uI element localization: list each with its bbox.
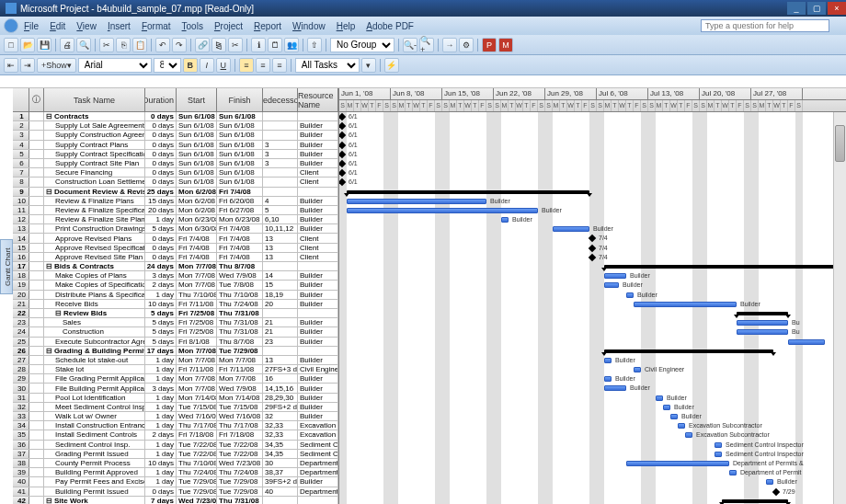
task-id[interactable]: 24: [13, 327, 29, 336]
task-row[interactable]: 16Approve Revised Site Plan0 daysFri 7/4…: [13, 253, 338, 262]
task-duration-cell[interactable]: 5 days: [145, 327, 177, 336]
task-id[interactable]: 12: [13, 215, 29, 223]
col-indicator[interactable]: ⓘ: [29, 88, 44, 111]
task-start-cell[interactable]: Wed 7/16/08: [177, 412, 217, 420]
task-resource-cell[interactable]: [298, 309, 338, 317]
task-bar[interactable]: [626, 292, 634, 298]
gantt-row[interactable]: Civil Engineer: [339, 365, 846, 374]
group-select[interactable]: No Group: [330, 38, 394, 52]
gantt-row[interactable]: 6/1: [339, 121, 846, 131]
gantt-row[interactable]: 6/1: [339, 178, 846, 187]
task-resource-cell[interactable]: Builder: [298, 215, 338, 223]
task-resource-cell[interactable]: Excavation Sub: [298, 430, 338, 439]
task-name-cell[interactable]: Pay Permit Fees and Excise Taxes: [44, 477, 145, 486]
task-resource-cell[interactable]: Builder: [298, 206, 338, 214]
task-id[interactable]: 7: [13, 168, 29, 177]
task-finish-cell[interactable]: Wed 7/9/08: [217, 271, 263, 280]
task-finish-cell[interactable]: Mon 7/7/08: [217, 374, 263, 383]
task-finish-cell[interactable]: Thu 7/17/08: [217, 421, 263, 430]
menu-help[interactable]: Help: [331, 19, 361, 33]
gantt-row[interactable]: 7/4: [339, 244, 846, 253]
task-pred-cell[interactable]: 28,29,30: [263, 394, 298, 402]
paste-icon[interactable]: 📋: [132, 38, 147, 52]
task-pred-cell[interactable]: 32,33: [263, 430, 298, 439]
task-start-cell[interactable]: Thu 7/10/08: [177, 291, 217, 299]
task-name-cell[interactable]: Building Permit Approved: [44, 468, 145, 476]
task-start-cell[interactable]: Fri 7/4/08: [177, 253, 217, 261]
task-row[interactable]: 12Review & Finalize Site Plan1 dayMon 6/…: [13, 215, 338, 224]
task-id[interactable]: 39: [13, 468, 29, 476]
task-row[interactable]: 35Install Sediment Controls2 daysFri 7/1…: [13, 430, 338, 440]
task-resource-cell[interactable]: Department of F: [298, 459, 338, 467]
new-icon[interactable]: □: [4, 38, 18, 52]
task-id[interactable]: 2: [13, 121, 29, 130]
task-resource-cell[interactable]: Client: [298, 178, 338, 186]
task-finish-cell[interactable]: Fri 7/4/08: [217, 244, 263, 252]
task-resource-cell[interactable]: Sediment Contr: [298, 441, 338, 449]
task-start-cell[interactable]: Mon 7/7/08: [177, 374, 217, 383]
pdf-icon[interactable]: P: [482, 38, 497, 52]
task-name-cell[interactable]: File Grading Permit Application: [44, 374, 145, 383]
task-pred-cell[interactable]: 32,33: [263, 421, 298, 430]
task-bar[interactable]: [766, 479, 773, 485]
task-duration-cell[interactable]: 1 day: [145, 394, 177, 402]
task-resource-cell[interactable]: Client: [298, 253, 338, 261]
task-resource-cell[interactable]: Client: [298, 168, 338, 177]
task-name-cell[interactable]: County Permit Process: [44, 459, 145, 467]
task-duration-cell[interactable]: 17 days: [145, 347, 177, 355]
task-name-cell[interactable]: Supply Contract Specifications: [44, 150, 145, 158]
task-finish-cell[interactable]: Fri 7/4/08: [217, 188, 263, 196]
task-finish-cell[interactable]: Thu 7/10/08: [217, 291, 263, 299]
task-name-cell[interactable]: Building Permit Issued: [44, 487, 145, 496]
task-finish-cell[interactable]: Thu 7/31/08: [217, 309, 263, 317]
task-id[interactable]: 4: [13, 141, 29, 149]
task-row[interactable]: 24Construction5 daysFri 7/25/08Thu 7/31/…: [13, 327, 338, 337]
outline-toggle-icon[interactable]: ⊟: [55, 309, 62, 317]
task-duration-cell[interactable]: 25 days: [145, 188, 177, 196]
task-finish-cell[interactable]: Thu 7/31/08: [217, 327, 263, 336]
task-row[interactable]: 31Pool Lot Identification1 dayMon 7/14/0…: [13, 394, 338, 403]
task-duration-cell[interactable]: 5 days: [145, 224, 177, 233]
task-name-cell[interactable]: Receive Bids: [44, 300, 145, 308]
milestone-icon[interactable]: [339, 178, 346, 186]
note-icon[interactable]: 🗒: [268, 38, 282, 52]
gantt-row[interactable]: 6/1: [339, 131, 846, 140]
task-start-cell[interactable]: Mon 6/2/08: [177, 197, 217, 205]
gantt-row[interactable]: 6/1: [339, 141, 846, 150]
col-predecessors[interactable]: Predecessors: [263, 88, 298, 111]
task-pred-cell[interactable]: [263, 347, 298, 355]
split-icon[interactable]: ✂: [228, 38, 243, 52]
task-pred-cell[interactable]: [263, 188, 298, 196]
task-start-cell[interactable]: Mon 6/23/08: [177, 215, 217, 223]
task-resource-cell[interactable]: Client: [298, 244, 338, 252]
task-duration-cell[interactable]: 0 days: [145, 168, 177, 177]
milestone-icon[interactable]: [772, 487, 780, 495]
task-resource-cell[interactable]: Builder: [298, 291, 338, 299]
task-row[interactable]: 40Pay Permit Fees and Excise Taxes1 dayT…: [13, 477, 338, 487]
task-bar[interactable]: [634, 367, 641, 372]
task-finish-cell[interactable]: Fri 7/4/08: [217, 234, 263, 242]
task-id[interactable]: 20: [13, 291, 29, 299]
task-row[interactable]: 39Building Permit Approved1 dayThu 7/24/…: [13, 468, 338, 477]
task-start-cell[interactable]: Wed 7/23/08: [177, 497, 217, 504]
task-pred-cell[interactable]: [263, 497, 298, 504]
task-duration-cell[interactable]: 1 day: [145, 215, 177, 223]
task-start-cell[interactable]: Mon 6/2/08: [177, 206, 217, 214]
task-start-cell[interactable]: Sun 6/1/08: [177, 150, 217, 158]
menu-adobe-pdf[interactable]: Adobe PDF: [360, 19, 419, 33]
task-id[interactable]: 26: [13, 347, 29, 355]
task-start-cell[interactable]: Mon 7/14/08: [177, 394, 217, 402]
task-resource-cell[interactable]: Builder: [298, 356, 338, 364]
task-name-cell[interactable]: Supply Construction Agreement: [44, 131, 145, 139]
task-row[interactable]: 13Print Construction Drawings5 daysMon 6…: [13, 224, 338, 234]
task-duration-cell[interactable]: 1 day: [145, 450, 177, 458]
task-start-cell[interactable]: Fri 7/25/08: [177, 318, 217, 326]
task-duration-cell[interactable]: 0 days: [145, 121, 177, 130]
gantt-row[interactable]: Builder: [339, 403, 846, 412]
task-pred-cell[interactable]: 23: [263, 338, 298, 346]
task-row[interactable]: 34Install Construction Entrance1 dayThu …: [13, 421, 338, 430]
task-id[interactable]: 33: [13, 412, 29, 420]
task-row[interactable]: 6Supply Contract Site Plan0 daysSun 6/1/…: [13, 159, 338, 168]
gantt-row[interactable]: Excavation Subcontractor: [339, 421, 846, 430]
task-start-cell[interactable]: Mon 7/7/08: [177, 271, 217, 280]
